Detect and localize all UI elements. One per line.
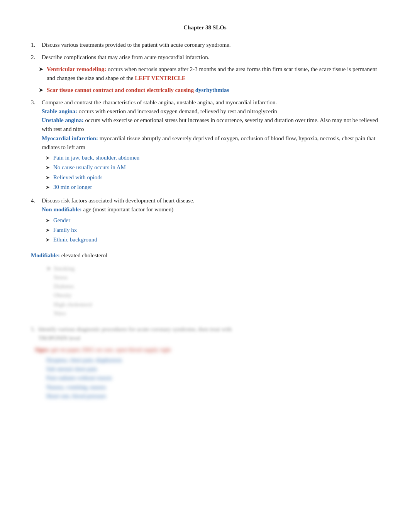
item-2-num: 2. xyxy=(31,53,39,62)
unstable-angina-text: occurs with exercise or emotional stress… xyxy=(42,117,378,132)
mi-bullet-2-text: No cause usually occurs in AM xyxy=(53,163,379,172)
arrow-icon-mi-4: ➤ xyxy=(46,184,51,191)
item-1-text: Discuss various treatments provided to t… xyxy=(42,41,379,49)
item-4-text: Discuss risk factors associated with dev… xyxy=(42,196,379,246)
blurred-item-6: Nitro xyxy=(54,309,92,318)
stable-angina-label: Stable angina: xyxy=(42,108,77,114)
arrow-icon-nm-3: ➤ xyxy=(46,236,51,244)
list-item-4: 4. Discuss risk factors associated with … xyxy=(31,196,379,246)
item-3-text: Compare and contrast the characteristics… xyxy=(42,98,379,194)
mi-bullet-2: ➤ No cause usually occurs in AM xyxy=(46,163,379,172)
blurred-item-3: Diabetes xyxy=(54,282,92,291)
blurred-item5-text: Identify various diagnostic procedures f… xyxy=(38,325,232,343)
non-mod-bullet-3-text: Ethnic background xyxy=(53,235,379,244)
dysrhythmias-label: dysrhythmias xyxy=(195,87,229,93)
scar-label: Scar tissue cannot contract and conduct … xyxy=(47,87,195,93)
list-item-scar: ➤ Scar tissue cannot contract and conduc… xyxy=(39,86,379,95)
blurred-mod-list: ➤ Smoking Stress Diabetes Obesity High c… xyxy=(46,264,379,318)
item-4-intro: Discuss risk factors associated with dev… xyxy=(42,197,194,204)
page-container: Chapter 38 SLOs 1. Discuss various treat… xyxy=(31,23,379,401)
arrow-icon-mi-3: ➤ xyxy=(46,174,51,182)
modifiable-section: Modifiable: elevated cholesterol xyxy=(31,251,379,260)
ventricular-text: Ventricular remodeling: occurs when necr… xyxy=(47,65,379,83)
non-mod-bullet-2: ➤ Family hx xyxy=(46,226,379,235)
arrow-icon-2: ➤ xyxy=(39,86,44,95)
main-list: 1. Discuss various treatments provided t… xyxy=(31,41,379,246)
blurred-item5-block: 5. Identify various diagnostic procedure… xyxy=(31,325,379,401)
unstable-angina-label: Unstable angina: xyxy=(42,117,84,123)
list-item-3: 3. Compare and contrast the characterist… xyxy=(31,98,379,194)
non-modifiable-text: age (most important factor for women) xyxy=(83,206,174,212)
item-3-num: 3. xyxy=(31,98,39,194)
stable-angina-text: occurs with exertion and increased oxyge… xyxy=(79,108,277,114)
list-item-1: 1. Discuss various treatments provided t… xyxy=(31,41,379,49)
non-modifiable-label: Non modifiable: xyxy=(42,206,82,212)
blurred-item-4: Obesity xyxy=(54,291,92,300)
blurred-sub-item-2: Sub sternal chest pain xyxy=(46,365,379,374)
mi-bullet-3: ➤ Relieved with opiods xyxy=(46,173,379,182)
mi-label: Myocardial infarction: xyxy=(42,135,98,141)
blurred-signs-label: Signs: xyxy=(35,347,50,353)
blurred-item-5: High cholesterol xyxy=(54,300,92,309)
arrow-icon: ➤ xyxy=(39,65,44,83)
blurred-item-2: Stress xyxy=(54,273,92,282)
item-2-text: Describe complications that may arise fr… xyxy=(42,53,379,62)
mi-bullet-3-text: Relieved with opiods xyxy=(53,173,379,182)
blurred-item-1: Smoking xyxy=(54,264,92,273)
mi-bullet-1: ➤ Pain in jaw, back, shoulder, abdomen xyxy=(46,153,379,162)
modifiable-text: elevated cholesterol xyxy=(61,252,108,258)
blurred-sub-item-5: Heart rate, blood pressure xyxy=(46,392,379,401)
blurred-item5-sub: Signs: get on paper, EKG on care, open b… xyxy=(35,345,379,354)
blurred-sub-item-1: Dyspnea, chest pain, diaphoresis xyxy=(46,356,379,365)
left-ventricle-label: LEFT VENTRICLE xyxy=(135,75,186,81)
item-4-num: 4. xyxy=(31,196,39,246)
item-1-num: 1. xyxy=(31,41,39,49)
scar-text: Scar tissue cannot contract and conduct … xyxy=(47,86,379,95)
arrow-icon-mi-2: ➤ xyxy=(46,164,51,172)
blurred-signs-text: get on paper, EKG on care, open blood su… xyxy=(51,347,171,353)
non-mod-bullet-1-text: Gender xyxy=(53,216,379,225)
mi-bullet-4-text: 30 min or longer xyxy=(53,183,379,192)
page-title: Chapter 38 SLOs xyxy=(31,23,379,32)
non-mod-bullet-1: ➤ Gender xyxy=(46,216,379,225)
arrow-icon-nm-2: ➤ xyxy=(46,226,51,234)
blurred-item5-num: 5. xyxy=(31,325,35,343)
list-item-ventricular: ➤ Ventricular remodeling: occurs when ne… xyxy=(39,65,379,83)
blurred-item5-row: 5. Identify various diagnostic procedure… xyxy=(31,325,379,343)
blurred-sub-list: Dyspnea, chest pain, diaphoresis Sub ste… xyxy=(46,356,379,401)
mi-bullet-list: ➤ Pain in jaw, back, shoulder, abdomen ➤… xyxy=(46,153,379,192)
mi-bullet-1-text: Pain in jaw, back, shoulder, abdomen xyxy=(53,153,379,162)
arrow-icon-nm-1: ➤ xyxy=(46,217,51,224)
non-mod-bullet-list: ➤ Gender ➤ Family hx ➤ Ethnic background xyxy=(46,216,379,245)
blurred-arrow: ➤ xyxy=(46,264,51,273)
item-3-intro: Compare and contrast the characteristics… xyxy=(42,99,277,105)
ventricular-label: Ventricular remodeling: xyxy=(47,66,106,72)
modifiable-label: Modifiable: xyxy=(31,252,60,258)
non-mod-bullet-3: ➤ Ethnic background xyxy=(46,235,379,244)
blurred-items: Smoking Stress Diabetes Obesity High cho… xyxy=(54,264,92,318)
non-mod-bullet-2-text: Family hx xyxy=(53,226,379,235)
blurred-sub-item-4: Nausea, vomiting, nausea xyxy=(46,383,379,392)
arrow-icon-mi-1: ➤ xyxy=(46,154,51,162)
mi-bullet-4: ➤ 30 min or longer xyxy=(46,183,379,192)
blurred-sub-item-3: Pain radiates without reason xyxy=(46,374,379,382)
list-item-2: 2. Describe complications that may arise… xyxy=(31,53,379,62)
